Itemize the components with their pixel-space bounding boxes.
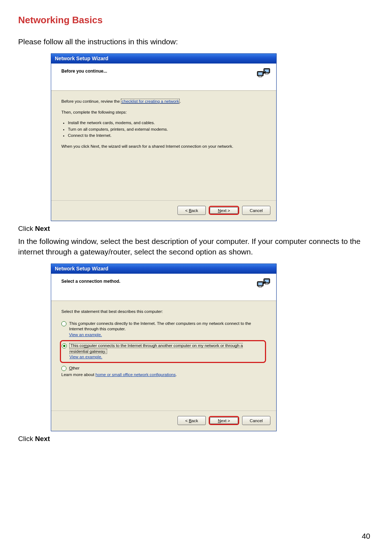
svg-rect-1: [258, 72, 262, 75]
radio-option-gateway[interactable]: This computer connects to the Internet t…: [62, 342, 264, 361]
svg-rect-11: [265, 283, 268, 284]
click-next-2: Click Next: [18, 435, 374, 443]
wizard1-titlebar: Network Setup Wizard: [51, 54, 276, 64]
option-gateway-highlight: This computer connects to the Internet t…: [60, 340, 266, 363]
list-item: Install the network cards, modems, and c…: [68, 120, 266, 126]
next-button[interactable]: Next >: [210, 207, 238, 214]
page-number: 40: [362, 532, 370, 540]
radio-label: This computer connects to the Internet t…: [69, 343, 262, 360]
cancel-button[interactable]: Cancel: [242, 416, 270, 425]
wizard1-header-title: Before you continue...: [61, 67, 107, 74]
svg-rect-7: [258, 282, 262, 285]
wizard-before-you-continue: Network Setup Wizard Before you continue…: [51, 53, 277, 221]
back-button[interactable]: < Back: [177, 416, 206, 425]
next-button-highlight: Next >: [209, 206, 239, 215]
radio-icon: [61, 366, 66, 371]
click-next-1: Click Next: [18, 225, 374, 233]
network-computers-icon: [257, 277, 271, 293]
wizard1-next-info: When you click Next, the wizard will sea…: [61, 144, 266, 150]
network-computers-icon: [257, 67, 271, 83]
wizard2-prompt: Select the statement that best describes…: [61, 309, 266, 315]
list-item: Connect to the Internet.: [68, 133, 266, 139]
svg-rect-5: [265, 73, 268, 74]
between-paragraph: In the following window, select the best…: [18, 236, 374, 257]
radio-icon: [62, 343, 67, 348]
radio-label: Other: [69, 366, 261, 371]
checklist-link[interactable]: checklist for creating a network: [121, 99, 180, 104]
next-button-highlight: Next >: [209, 416, 239, 425]
svg-rect-8: [259, 286, 262, 287]
svg-rect-2: [259, 76, 262, 77]
wizard1-review-line: Before you continue, review the checklis…: [61, 99, 266, 105]
intro-text: Please follow all the instructions in th…: [18, 37, 374, 47]
learn-more-line: Learn more about home or small office ne…: [61, 372, 266, 378]
radio-label: This computer connects directly to the I…: [69, 321, 261, 338]
list-item: Turn on all computers, printers, and ext…: [68, 127, 266, 132]
radio-icon: [61, 321, 66, 326]
wizard2-header-title: Select a connection method.: [61, 277, 121, 284]
wizard-connection-method: Network Setup Wizard Select a connection…: [51, 264, 277, 431]
view-example-link[interactable]: View an example.: [69, 355, 102, 359]
back-button[interactable]: < Back: [177, 206, 206, 215]
cancel-button[interactable]: Cancel: [242, 206, 270, 215]
next-button[interactable]: Next >: [210, 417, 238, 424]
wizard2-titlebar: Network Setup Wizard: [51, 264, 276, 274]
learn-more-link[interactable]: home or small office network configurati…: [95, 372, 176, 377]
radio-option-direct[interactable]: This computer connects directly to the I…: [61, 320, 266, 339]
view-example-link[interactable]: View an example.: [69, 332, 102, 337]
page-heading: Networking Basics: [18, 15, 374, 26]
radio-option-other[interactable]: Other: [61, 364, 266, 372]
wizard1-then-line: Then, complete the following steps:: [61, 110, 266, 115]
wizard1-steps-list: Install the network cards, modems, and c…: [61, 120, 266, 139]
